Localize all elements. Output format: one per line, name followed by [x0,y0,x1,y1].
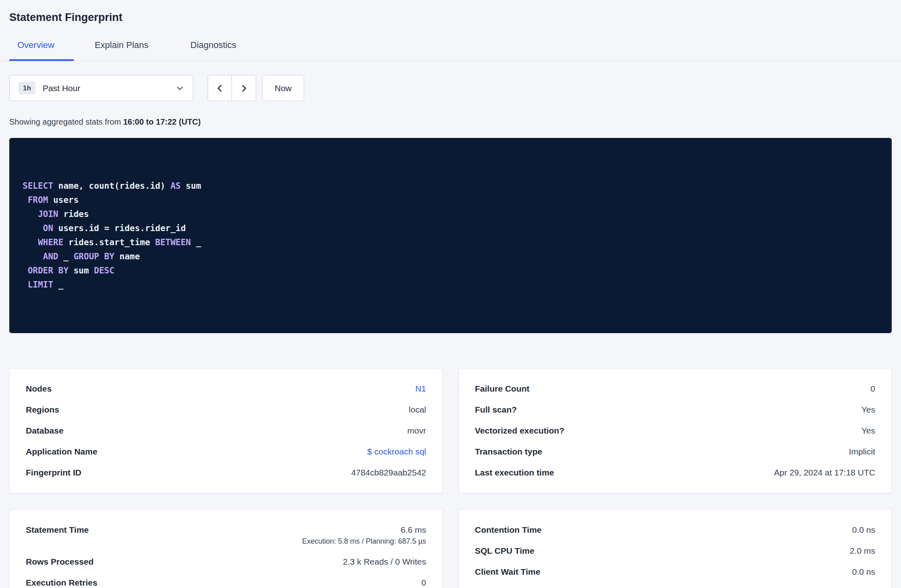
details-card-right: Failure Count0Full scan?YesVectorized ex… [459,368,892,493]
row-value-wrap: 0 [870,384,875,394]
row-value: 0 [870,384,875,394]
row-value: 6.6 ms [400,525,426,535]
card-row: Execution Retries0 [26,572,426,588]
next-time-button[interactable] [232,75,256,101]
row-label: Nodes [26,384,52,394]
row-label: Fingerprint ID [26,468,81,477]
row-value-wrap: local [409,405,426,415]
row-value: 0 [421,578,426,588]
row-value-wrap: 4784cb829aab2542 [351,468,426,477]
row-value: Yes [861,426,875,436]
row-value-wrap: Yes [861,405,875,415]
row-value-wrap: Yes [861,426,875,436]
row-value: 4784cb829aab2542 [351,468,426,477]
row-label: Failure Count [475,384,530,394]
details-card-left: NodesN1RegionslocalDatabasemovrApplicati… [9,368,443,493]
sql-code: SELECT name, count(rides.id) AS sum FROM… [23,179,878,292]
row-value-wrap: 2.0 ms [850,546,875,556]
card-row: Rows Processed2.3 k Reads / 0 Writes [26,551,426,572]
time-nav-group [208,75,256,101]
tab-overview[interactable]: Overview [9,33,74,61]
sql-line: SELECT name, count(rides.id) AS sum [23,179,878,193]
card-row: Vectorized execution?Yes [475,420,876,441]
card-row: Last execution timeApr 29, 2024 at 17:18… [475,462,876,483]
row-label: Regions [26,405,59,415]
row-value: Apr 29, 2024 at 17:18 UTC [774,468,875,477]
card-row: Client Wait Time0.0 ns [475,561,876,582]
summary-cards: NodesN1RegionslocalDatabasemovrApplicati… [9,368,892,588]
statement-fingerprint-page: Statement Fingerprint Overview Explain P… [0,0,901,588]
page-title: Statement Fingerprint [9,0,892,33]
row-value-wrap: 0.0 ns [852,525,875,535]
row-label: Full scan? [475,405,517,415]
sql-line: ON users.id = rides.rider_id [23,221,878,236]
row-value-wrap: 6.6 msExecution: 5.8 ms / Planning: 687.… [302,525,426,546]
card-row: Databasemovr [26,420,426,441]
time-controls: 1h Past Hour Now [9,75,892,101]
row-value-wrap: 0.0 ns [852,567,875,577]
now-button[interactable]: Now [262,75,304,101]
row-value-wrap: Apr 29, 2024 at 17:18 UTC [774,468,875,477]
row-label: Application Name [26,447,97,457]
row-label: Last execution time [475,468,554,477]
tab-diagnostics[interactable]: Diagnostics [169,33,257,61]
time-range-label: Past Hour [43,83,169,93]
row-label: Database [26,426,63,436]
card-row: SQL CPU Time2.0 ms [475,540,876,561]
previous-time-button[interactable] [208,75,232,101]
row-label: Rows Processed [26,557,94,567]
row-value: Yes [861,405,875,415]
row-value-wrap: movr [407,426,426,436]
row-value: local [409,405,426,415]
card-row: Contention Time0.0 ns [475,519,876,540]
card-row: Fingerprint ID4784cb829aab2542 [26,462,426,483]
row-subvalue: Execution: 5.8 ms / Planning: 687.5 µs [302,537,426,546]
row-label: Client Wait Time [475,567,540,577]
card-row: Full scan?Yes [475,399,876,420]
row-value-wrap: N1 [415,384,426,394]
sql-line: FROM users [23,193,878,207]
sql-line: WHERE rides.start_time BETWEEN _ [23,236,878,250]
time-range-dropdown[interactable]: 1h Past Hour [9,75,193,101]
sql-line: JOIN rides [23,207,878,221]
tab-explain-plans[interactable]: Explain Plans [74,33,169,61]
row-value: Implicit [849,447,875,457]
chevron-down-icon [176,84,184,92]
card-row: NodesN1 [26,378,426,399]
timing-card-left: Statement Time6.6 msExecution: 5.8 ms / … [9,509,443,588]
row-value: 2.3 k Reads / 0 Writes [343,557,426,567]
card-row: Statement Time6.6 msExecution: 5.8 ms / … [26,519,426,551]
chevron-left-icon [215,84,224,93]
card-row: Application Name$ cockroach sql [26,441,426,462]
chevron-right-icon [240,84,248,93]
sql-line: ORDER BY sum DESC [23,264,878,278]
row-label: Statement Time [26,525,89,535]
tab-bar: Overview Explain Plans Diagnostics [0,33,901,61]
sql-line: LIMIT _ [23,278,878,292]
sql-statement-block: SELECT name, count(rides.id) AS sum FROM… [9,138,892,333]
row-label: Transaction type [475,447,542,457]
row-label: Execution Retries [26,578,97,588]
row-label: SQL CPU Time [475,546,534,556]
row-value: 2.0 ms [850,546,875,556]
card-row: Transaction typeImplicit [475,441,876,462]
row-value-wrap: $ cockroach sql [367,447,426,457]
row-value: 0.0 ns [852,525,875,535]
row-value-link[interactable]: N1 [415,384,426,394]
row-value: 0.0 ns [852,567,875,577]
stats-prefix: Showing aggregated stats from [9,117,123,126]
row-value-wrap: 0 [421,578,426,588]
row-label: Contention Time [475,525,542,535]
card-row: Regionslocal [26,399,426,420]
sql-line: AND _ GROUP BY name [23,250,878,264]
timing-card-right: Contention Time0.0 nsSQL CPU Time2.0 msC… [459,509,892,588]
row-value-link[interactable]: $ cockroach sql [367,447,426,457]
time-range-badge: 1h [19,82,35,94]
row-value: movr [407,426,426,436]
row-value-wrap: Implicit [849,447,875,457]
card-row: Failure Count0 [475,378,876,399]
aggregated-stats-line: Showing aggregated stats from 16:00 to 1… [9,117,892,127]
stats-range: 16:00 to 17:22 (UTC) [123,117,200,126]
row-label: Vectorized execution? [475,426,565,436]
row-value-wrap: 2.3 k Reads / 0 Writes [343,557,426,567]
